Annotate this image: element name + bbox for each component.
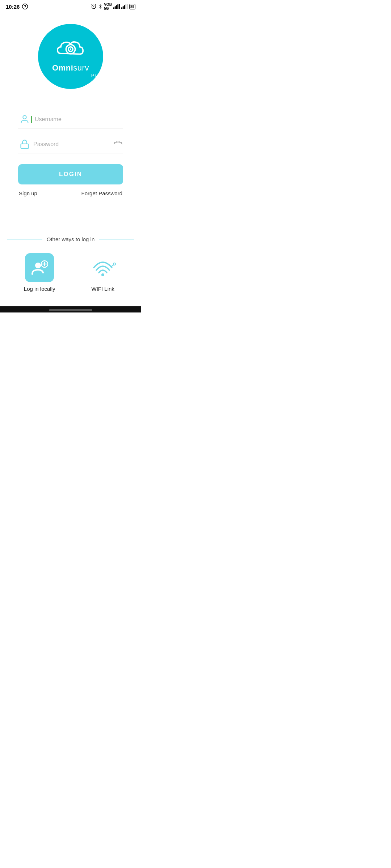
wifi-login-label: WIFI Link xyxy=(92,286,114,292)
phone-icon xyxy=(22,3,28,10)
home-bar xyxy=(49,309,92,311)
divider-text: Other ways to log in xyxy=(47,236,95,242)
wifi-link-icon xyxy=(88,253,117,282)
svg-line-18 xyxy=(114,142,115,143)
username-input[interactable] xyxy=(33,116,123,123)
logo-subtext: Pro xyxy=(91,73,100,78)
svg-rect-8 xyxy=(121,7,122,9)
alarm-icon xyxy=(91,4,97,9)
local-login-icon xyxy=(31,259,48,276)
forget-password-link[interactable]: Forget Password xyxy=(81,190,122,196)
login-form: LOGIN Sign up Forget Password xyxy=(0,114,141,196)
signal-icon xyxy=(113,4,120,9)
svg-rect-4 xyxy=(115,6,116,9)
home-indicator xyxy=(0,306,141,312)
lock-icon xyxy=(18,139,31,149)
divider-line-right xyxy=(99,239,134,239)
password-row xyxy=(18,139,123,153)
divider-row: Other ways to log in xyxy=(7,236,134,242)
svg-rect-9 xyxy=(123,6,124,9)
svg-rect-12 xyxy=(127,4,128,9)
status-bar: 10:26 VOB5G xyxy=(0,0,141,13)
status-time: 10:26 xyxy=(6,4,20,10)
svg-rect-5 xyxy=(116,5,117,9)
other-ways-section: Other ways to log in Log in locally xyxy=(0,225,141,306)
wifi-login-item[interactable]: WIFI Link xyxy=(88,253,117,292)
svg-line-28 xyxy=(111,265,114,267)
svg-rect-10 xyxy=(124,5,125,9)
signup-link[interactable]: Sign up xyxy=(19,190,37,196)
eye-toggle-icon[interactable] xyxy=(113,141,123,148)
signal-icon-2 xyxy=(121,4,128,9)
username-row xyxy=(18,114,123,128)
battery-icon: 89 xyxy=(129,4,135,9)
local-login-icon-box xyxy=(25,253,54,282)
svg-point-16 xyxy=(23,116,26,119)
svg-rect-11 xyxy=(125,4,126,9)
svg-point-15 xyxy=(70,48,72,50)
local-login-item[interactable]: Log in locally xyxy=(24,253,55,292)
logo-circle: Omnisurv Pro xyxy=(38,24,103,89)
logo-container: Omnisurv Pro xyxy=(38,24,103,89)
network-label: VOB5G xyxy=(104,3,112,10)
cursor-bar xyxy=(31,116,32,123)
svg-rect-7 xyxy=(119,4,120,9)
logo-icon xyxy=(54,35,87,60)
divider-line-left xyxy=(7,239,42,239)
bluetooth-icon xyxy=(98,4,102,9)
status-left: 10:26 xyxy=(6,3,28,10)
svg-point-1 xyxy=(25,8,25,8)
svg-point-23 xyxy=(35,263,41,268)
logo-name: Omnisurv xyxy=(52,63,89,73)
alt-login-row: Log in locally WIFI Link xyxy=(7,253,134,292)
svg-rect-3 xyxy=(113,7,114,9)
links-row: Sign up Forget Password xyxy=(18,190,123,196)
svg-rect-6 xyxy=(117,4,118,9)
status-right: VOB5G 89 xyxy=(91,3,135,10)
local-login-label: Log in locally xyxy=(24,286,55,292)
password-input[interactable] xyxy=(31,141,123,148)
user-icon xyxy=(18,114,31,124)
svg-point-27 xyxy=(101,273,104,276)
login-button[interactable]: LOGIN xyxy=(18,164,123,184)
wifi-login-icon-box xyxy=(88,253,117,282)
svg-line-22 xyxy=(121,142,122,143)
svg-rect-17 xyxy=(21,144,29,149)
svg-point-29 xyxy=(113,263,115,265)
